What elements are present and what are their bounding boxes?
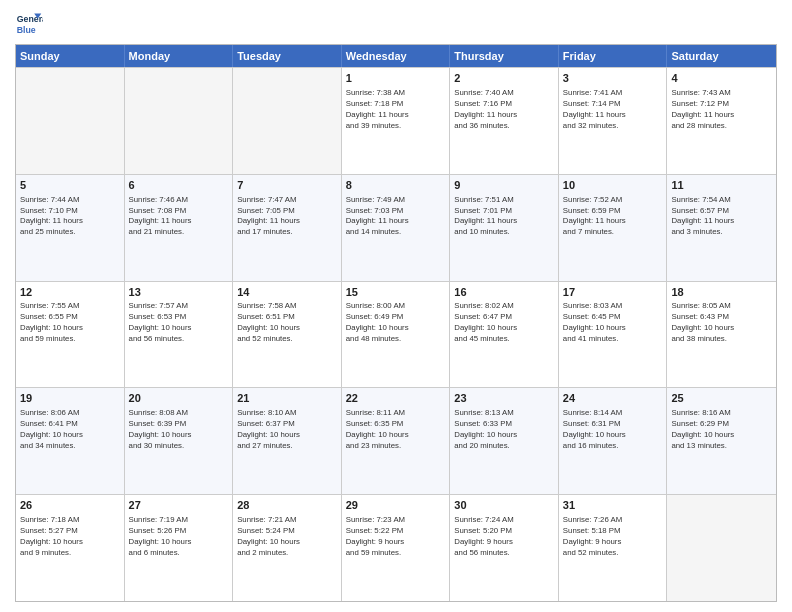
day-number: 28 <box>237 498 337 513</box>
cal-cell-r2-c5: 17Sunrise: 8:03 AMSunset: 6:45 PMDayligh… <box>559 282 668 388</box>
day-number: 13 <box>129 285 229 300</box>
day-number: 18 <box>671 285 772 300</box>
day-number: 9 <box>454 178 554 193</box>
cal-cell-r1-c3: 8Sunrise: 7:49 AMSunset: 7:03 PMDaylight… <box>342 175 451 281</box>
day-number: 30 <box>454 498 554 513</box>
sun-info: Sunrise: 8:02 AMSunset: 6:47 PMDaylight:… <box>454 301 554 345</box>
cal-cell-r3-c0: 19Sunrise: 8:06 AMSunset: 6:41 PMDayligh… <box>16 388 125 494</box>
cal-cell-r4-c0: 26Sunrise: 7:18 AMSunset: 5:27 PMDayligh… <box>16 495 125 601</box>
cal-cell-r3-c3: 22Sunrise: 8:11 AMSunset: 6:35 PMDayligh… <box>342 388 451 494</box>
sun-info: Sunrise: 7:43 AMSunset: 7:12 PMDaylight:… <box>671 88 772 132</box>
sun-info: Sunrise: 7:49 AMSunset: 7:03 PMDaylight:… <box>346 195 446 239</box>
header-cell-tuesday: Tuesday <box>233 45 342 67</box>
day-number: 26 <box>20 498 120 513</box>
cal-cell-r1-c0: 5Sunrise: 7:44 AMSunset: 7:10 PMDaylight… <box>16 175 125 281</box>
day-number: 17 <box>563 285 663 300</box>
sun-info: Sunrise: 7:19 AMSunset: 5:26 PMDaylight:… <box>129 515 229 559</box>
cal-cell-r0-c0 <box>16 68 125 174</box>
cal-cell-r4-c1: 27Sunrise: 7:19 AMSunset: 5:26 PMDayligh… <box>125 495 234 601</box>
cal-cell-r1-c6: 11Sunrise: 7:54 AMSunset: 6:57 PMDayligh… <box>667 175 776 281</box>
sun-info: Sunrise: 7:47 AMSunset: 7:05 PMDaylight:… <box>237 195 337 239</box>
cal-cell-r4-c2: 28Sunrise: 7:21 AMSunset: 5:24 PMDayligh… <box>233 495 342 601</box>
sun-info: Sunrise: 8:03 AMSunset: 6:45 PMDaylight:… <box>563 301 663 345</box>
cal-cell-r0-c3: 1Sunrise: 7:38 AMSunset: 7:18 PMDaylight… <box>342 68 451 174</box>
day-number: 2 <box>454 71 554 86</box>
cal-cell-r2-c6: 18Sunrise: 8:05 AMSunset: 6:43 PMDayligh… <box>667 282 776 388</box>
cal-cell-r4-c6 <box>667 495 776 601</box>
day-number: 10 <box>563 178 663 193</box>
sun-info: Sunrise: 8:14 AMSunset: 6:31 PMDaylight:… <box>563 408 663 452</box>
calendar-row-1: 5Sunrise: 7:44 AMSunset: 7:10 PMDaylight… <box>16 174 776 281</box>
day-number: 15 <box>346 285 446 300</box>
header-cell-friday: Friday <box>559 45 668 67</box>
day-number: 5 <box>20 178 120 193</box>
sun-info: Sunrise: 7:23 AMSunset: 5:22 PMDaylight:… <box>346 515 446 559</box>
sun-info: Sunrise: 8:11 AMSunset: 6:35 PMDaylight:… <box>346 408 446 452</box>
calendar: SundayMondayTuesdayWednesdayThursdayFrid… <box>15 44 777 602</box>
day-number: 20 <box>129 391 229 406</box>
cal-cell-r3-c2: 21Sunrise: 8:10 AMSunset: 6:37 PMDayligh… <box>233 388 342 494</box>
calendar-row-0: 1Sunrise: 7:38 AMSunset: 7:18 PMDaylight… <box>16 67 776 174</box>
day-number: 6 <box>129 178 229 193</box>
calendar-row-3: 19Sunrise: 8:06 AMSunset: 6:41 PMDayligh… <box>16 387 776 494</box>
page: General Blue SundayMondayTuesdayWednesda… <box>0 0 792 612</box>
day-number: 23 <box>454 391 554 406</box>
header: General Blue <box>15 10 777 38</box>
sun-info: Sunrise: 7:52 AMSunset: 6:59 PMDaylight:… <box>563 195 663 239</box>
sun-info: Sunrise: 8:10 AMSunset: 6:37 PMDaylight:… <box>237 408 337 452</box>
sun-info: Sunrise: 7:55 AMSunset: 6:55 PMDaylight:… <box>20 301 120 345</box>
sun-info: Sunrise: 8:06 AMSunset: 6:41 PMDaylight:… <box>20 408 120 452</box>
header-cell-monday: Monday <box>125 45 234 67</box>
day-number: 27 <box>129 498 229 513</box>
calendar-row-4: 26Sunrise: 7:18 AMSunset: 5:27 PMDayligh… <box>16 494 776 601</box>
cal-cell-r3-c1: 20Sunrise: 8:08 AMSunset: 6:39 PMDayligh… <box>125 388 234 494</box>
sun-info: Sunrise: 7:38 AMSunset: 7:18 PMDaylight:… <box>346 88 446 132</box>
sun-info: Sunrise: 7:21 AMSunset: 5:24 PMDaylight:… <box>237 515 337 559</box>
cal-cell-r0-c4: 2Sunrise: 7:40 AMSunset: 7:16 PMDaylight… <box>450 68 559 174</box>
day-number: 4 <box>671 71 772 86</box>
cal-cell-r2-c2: 14Sunrise: 7:58 AMSunset: 6:51 PMDayligh… <box>233 282 342 388</box>
sun-info: Sunrise: 7:58 AMSunset: 6:51 PMDaylight:… <box>237 301 337 345</box>
header-cell-sunday: Sunday <box>16 45 125 67</box>
cal-cell-r3-c6: 25Sunrise: 8:16 AMSunset: 6:29 PMDayligh… <box>667 388 776 494</box>
cal-cell-r0-c6: 4Sunrise: 7:43 AMSunset: 7:12 PMDaylight… <box>667 68 776 174</box>
sun-info: Sunrise: 7:44 AMSunset: 7:10 PMDaylight:… <box>20 195 120 239</box>
day-number: 21 <box>237 391 337 406</box>
day-number: 24 <box>563 391 663 406</box>
day-number: 7 <box>237 178 337 193</box>
sun-info: Sunrise: 7:46 AMSunset: 7:08 PMDaylight:… <box>129 195 229 239</box>
cal-cell-r0-c5: 3Sunrise: 7:41 AMSunset: 7:14 PMDaylight… <box>559 68 668 174</box>
header-cell-wednesday: Wednesday <box>342 45 451 67</box>
day-number: 11 <box>671 178 772 193</box>
header-cell-saturday: Saturday <box>667 45 776 67</box>
sun-info: Sunrise: 7:57 AMSunset: 6:53 PMDaylight:… <box>129 301 229 345</box>
calendar-header: SundayMondayTuesdayWednesdayThursdayFrid… <box>16 45 776 67</box>
day-number: 3 <box>563 71 663 86</box>
svg-text:Blue: Blue <box>17 25 36 35</box>
day-number: 16 <box>454 285 554 300</box>
calendar-row-2: 12Sunrise: 7:55 AMSunset: 6:55 PMDayligh… <box>16 281 776 388</box>
sun-info: Sunrise: 7:24 AMSunset: 5:20 PMDaylight:… <box>454 515 554 559</box>
sun-info: Sunrise: 7:41 AMSunset: 7:14 PMDaylight:… <box>563 88 663 132</box>
cal-cell-r4-c3: 29Sunrise: 7:23 AMSunset: 5:22 PMDayligh… <box>342 495 451 601</box>
day-number: 12 <box>20 285 120 300</box>
day-number: 22 <box>346 391 446 406</box>
day-number: 29 <box>346 498 446 513</box>
sun-info: Sunrise: 7:54 AMSunset: 6:57 PMDaylight:… <box>671 195 772 239</box>
cal-cell-r1-c2: 7Sunrise: 7:47 AMSunset: 7:05 PMDaylight… <box>233 175 342 281</box>
cal-cell-r4-c5: 31Sunrise: 7:26 AMSunset: 5:18 PMDayligh… <box>559 495 668 601</box>
cal-cell-r2-c0: 12Sunrise: 7:55 AMSunset: 6:55 PMDayligh… <box>16 282 125 388</box>
sun-info: Sunrise: 8:13 AMSunset: 6:33 PMDaylight:… <box>454 408 554 452</box>
cal-cell-r0-c1 <box>125 68 234 174</box>
cal-cell-r1-c5: 10Sunrise: 7:52 AMSunset: 6:59 PMDayligh… <box>559 175 668 281</box>
sun-info: Sunrise: 7:51 AMSunset: 7:01 PMDaylight:… <box>454 195 554 239</box>
cal-cell-r3-c4: 23Sunrise: 8:13 AMSunset: 6:33 PMDayligh… <box>450 388 559 494</box>
cal-cell-r3-c5: 24Sunrise: 8:14 AMSunset: 6:31 PMDayligh… <box>559 388 668 494</box>
header-cell-thursday: Thursday <box>450 45 559 67</box>
day-number: 1 <box>346 71 446 86</box>
sun-info: Sunrise: 7:40 AMSunset: 7:16 PMDaylight:… <box>454 88 554 132</box>
cal-cell-r2-c3: 15Sunrise: 8:00 AMSunset: 6:49 PMDayligh… <box>342 282 451 388</box>
day-number: 19 <box>20 391 120 406</box>
day-number: 31 <box>563 498 663 513</box>
cal-cell-r0-c2 <box>233 68 342 174</box>
